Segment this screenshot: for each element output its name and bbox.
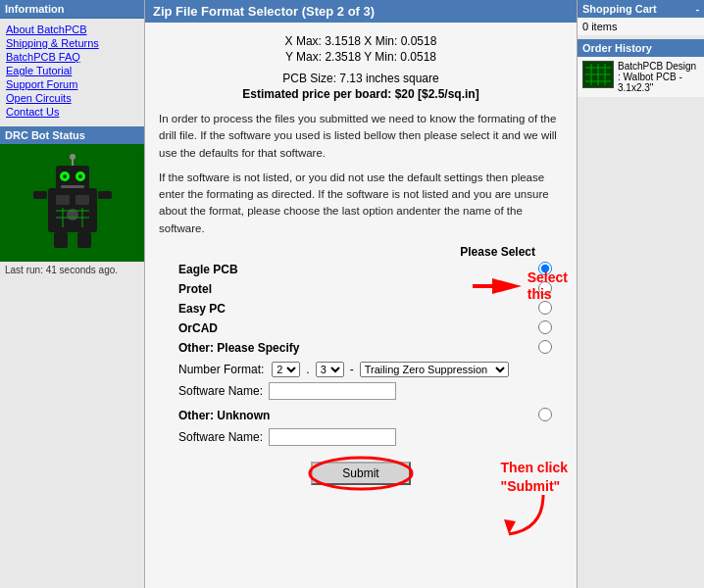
svg-point-21 <box>310 458 412 489</box>
then-click-arrow-icon <box>494 490 553 539</box>
svg-rect-12 <box>33 191 47 199</box>
drc-bot-image-area <box>0 144 144 262</box>
pcb-size: PCB Size: 7.13 inches square <box>159 72 563 85</box>
submit-circle-annotation <box>307 456 415 491</box>
svg-rect-14 <box>54 232 68 248</box>
radio-row-orcad: OrCAD <box>159 320 563 337</box>
trailing-select[interactable]: Trailing Zero Suppression Leading Zero S… <box>360 362 509 377</box>
shopping-cart-title: Shopping Cart - <box>578 0 704 18</box>
drc-section-title: DRC Bot Status <box>0 126 144 144</box>
sidebar-link-contact[interactable]: Contact Us <box>0 105 144 119</box>
left-sidebar: Information About BatchPCB Shipping & Re… <box>0 0 145 588</box>
y-coords: Y Max: 2.3518 Y Min: 0.0518 <box>159 50 563 64</box>
sidebar-link-shipping[interactable]: Shipping & Returns <box>0 36 144 50</box>
other-unknown-label: Other: Unknown <box>159 409 533 422</box>
estimated-price: Estimated price per board: $20 [$2.5/sq.… <box>159 87 563 101</box>
other-specify-label: Other: Please Specify <box>159 341 533 355</box>
svg-rect-9 <box>56 195 70 205</box>
svg-rect-8 <box>61 185 84 188</box>
description-1: In order to process the files you submit… <box>159 111 563 162</box>
x-coords: X Max: 3.1518 X Min: 0.0518 <box>159 34 563 48</box>
order-thumbnail <box>582 61 614 88</box>
software-name-row-1: Software Name: <box>178 382 563 400</box>
other-unknown-radio[interactable] <box>538 408 552 421</box>
radio-row-easypc: Easy PC <box>159 301 563 318</box>
submit-section: Submit Then click"Submit" <box>159 462 563 485</box>
robot-icon <box>28 154 117 252</box>
cart-title-text: Shopping Cart <box>582 3 657 15</box>
svg-point-6 <box>63 174 67 178</box>
radio-section: Eagle PCB Protel Easy PC <box>159 262 563 357</box>
software-name-row-2: Software Name: <box>178 428 563 446</box>
svg-point-3 <box>70 154 75 160</box>
format-select-decimal[interactable]: 3 1 2 4 <box>316 362 344 377</box>
svg-marker-20 <box>473 278 522 294</box>
main-content: Zip File Format Selector (Step 2 of 3) X… <box>145 0 577 588</box>
page-title: Zip File Format Selector (Step 2 of 3) <box>145 0 577 23</box>
svg-rect-15 <box>77 232 91 248</box>
software-name-input-1[interactable] <box>269 382 396 400</box>
sidebar-link-open[interactable]: Open Circuits <box>0 91 144 105</box>
order-item-text: BatchPCB Design : Walbot PCB - 3.1x2.3" <box>618 61 699 93</box>
number-format-label: Number Format: <box>178 363 264 376</box>
coords-section: X Max: 3.1518 X Min: 0.0518 Y Max: 2.351… <box>159 34 563 64</box>
software-name-input-2[interactable] <box>269 428 396 446</box>
cart-items-count: 0 items <box>578 18 704 35</box>
number-format-row: Number Format: 2 1 3 4 . 3 1 2 4 - Trail… <box>178 362 563 377</box>
format-select-integer[interactable]: 2 1 3 4 <box>272 362 300 377</box>
order-history-title: Order History <box>578 39 704 57</box>
red-arrow-icon <box>473 276 522 296</box>
radio-row-other-specify: Other: Please Specify <box>159 340 563 357</box>
software-name-label-2: Software Name: <box>178 430 263 444</box>
easypc-radio[interactable] <box>538 301 552 315</box>
order-history-item: BatchPCB Design : Walbot PCB - 3.1x2.3" <box>578 57 704 97</box>
svg-rect-13 <box>98 191 112 199</box>
svg-rect-10 <box>75 195 89 205</box>
please-select-label: Please Select <box>159 245 563 259</box>
select-this-text: Selectthis <box>528 270 568 303</box>
select-annotation: Selectthis <box>473 270 568 303</box>
description-2: If the software is not listed, or you di… <box>159 170 563 237</box>
format-dash: - <box>350 363 354 376</box>
easypc-label: Easy PC <box>159 302 533 316</box>
software-name-label-1: Software Name: <box>178 384 263 398</box>
orcad-radio[interactable] <box>538 320 552 334</box>
format-dot: . <box>306 363 309 376</box>
sidebar-link-support[interactable]: Support Forum <box>0 77 144 91</box>
right-sidebar: Shopping Cart - 0 items Order History Ba… <box>577 0 704 588</box>
other-specify-radio[interactable] <box>538 340 552 354</box>
content-body: X Max: 3.1518 X Min: 0.0518 Y Max: 2.351… <box>145 23 577 495</box>
sidebar-link-about[interactable]: About BatchPCB <box>0 23 144 36</box>
order-pcb-icon <box>583 62 613 87</box>
info-section-title: Information <box>0 0 144 19</box>
svg-point-7 <box>78 174 82 178</box>
sidebar-link-faq[interactable]: BatchPCB FAQ <box>0 50 144 64</box>
orcad-label: OrCAD <box>159 321 533 335</box>
cart-collapse-button[interactable]: - <box>696 4 699 15</box>
sidebar-nav: About BatchPCB Shipping & Returns BatchP… <box>0 19 144 122</box>
sidebar-link-eagle[interactable]: Eagle Tutorial <box>0 64 144 77</box>
last-run-text: Last run: 41 seconds ago. <box>0 262 144 278</box>
radio-row-other-unknown: Other: Unknown <box>159 408 563 424</box>
